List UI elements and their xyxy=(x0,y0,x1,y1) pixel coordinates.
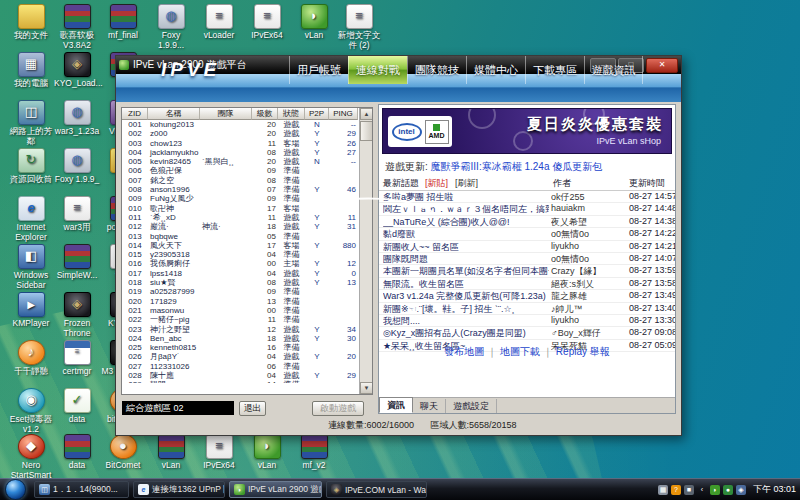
desktop-icon-新增文字文件 (2)[interactable]: ≡新增文字文件 (2) xyxy=(336,4,382,50)
forum-row[interactable]: 多啦a夢團 招生啦ok仔25508-27 14:57 xyxy=(379,191,675,203)
table-row[interactable]: 029靚明14準備 xyxy=(122,380,372,383)
forum-topic[interactable]: 新團收人~~ 留名區 xyxy=(383,241,549,254)
table-row[interactable]: 015y2390531804準備 xyxy=(122,250,372,259)
forum-topic[interactable]: 團隊既問題 xyxy=(383,253,549,266)
table-row[interactable]: 016我係屙痢仔00主場Y12 xyxy=(122,259,372,268)
tab-聊天[interactable]: 聊天 xyxy=(413,399,446,413)
desktop-icon-KYO_Load...[interactable]: ◈KYO_Load... xyxy=(54,52,100,89)
footer-link-發布地圖[interactable]: 發布地圖 xyxy=(444,346,484,357)
nav-tab-媒體中心[interactable]: 媒體中心 xyxy=(466,56,525,84)
forum-topic[interactable]: 本團新一期團員名單(如沒名字者但同本團一樣名額留言 xyxy=(383,265,549,278)
table-header-級數[interactable]: 級數 xyxy=(252,108,278,120)
forum-topic[interactable]: ◎Kyz_x團招有品人(Crazy團是同盟) xyxy=(383,327,549,340)
desktop-icon-SimpleW...[interactable]: SimpleW... xyxy=(54,244,100,281)
taskbar-button-連接埠1362 UPnP 關...[interactable]: e連接埠1362 UPnP 關... xyxy=(133,481,225,498)
update-link[interactable]: 魔獸爭霸III:寒冰霸權 1.24a 傻瓜更新包 xyxy=(431,161,603,172)
taskbar-button-IPvE vLan 2900 遊戲...[interactable]: ◗IPvE vLan 2900 遊戲... xyxy=(229,481,322,498)
table-header-ZID[interactable]: ZID xyxy=(122,108,148,120)
table-row[interactable]: 001kohung201320遊戲N-- xyxy=(122,120,372,129)
desktop-icon-vLan[interactable]: ◗vLan xyxy=(291,4,337,41)
desktop-icon-Windows Sidebar[interactable]: ◧Windows Sidebar xyxy=(8,244,54,290)
start-button[interactable] xyxy=(5,479,26,500)
forum-topic[interactable]: 黏d廢獸 xyxy=(383,228,549,241)
forum-row[interactable]: 新團收人~~ 留名區liyukho08-27 14:21 xyxy=(379,241,675,253)
forum-row[interactable]: 我想問....liyukho08-27 13:30 xyxy=(379,315,675,327)
table-row[interactable]: 002z00020遊戲Y29 xyxy=(122,129,372,138)
forum-row[interactable]: __NaTuRe乂 (綜合團)收人@@!夜乂希望08-27 14:38 xyxy=(379,216,675,228)
taskbar-button-IPvE.COM vLan - War...[interactable]: ◈IPvE.COM vLan - War... xyxy=(326,481,427,498)
scrollbar-thumb[interactable] xyxy=(360,121,373,141)
desktop-icon-Eset掃毒器 v1.2[interactable]: ◉Eset掃毒器 v1.2 xyxy=(8,388,54,434)
desktop-icon-Foxy 1.9.9_[interactable]: ◍Foxy 1.9.9_ xyxy=(54,148,100,185)
desktop-icon-war3用[interactable]: ≡war3用 xyxy=(54,196,100,233)
desktop-icon-BitComet[interactable]: ●BitComet xyxy=(100,434,146,471)
desktop-icon-Internet Explorer[interactable]: eInternet Explorer xyxy=(8,196,54,242)
desktop-icon-data[interactable]: ✓data xyxy=(54,388,100,425)
table-header-名稱[interactable]: 名稱 xyxy=(148,108,200,120)
table-row[interactable]: 004jacklamyukho08遊戲Y27 xyxy=(122,148,372,157)
forum-topic[interactable]: 閪左ｖｌａｎ．ｗａｒ３個名唔同左，搞到用唔到ｄ野 xyxy=(383,203,549,216)
scroll-down-arrow-icon[interactable]: ▼ xyxy=(360,382,373,394)
desktop-icon-IPvEx64[interactable]: ≡IPvEx64 xyxy=(244,4,290,41)
forum-row[interactable]: 團隊既問題o0無情0o08-27 14:07 xyxy=(379,253,675,265)
forum-row[interactable]: 新團※☜.¨[壞。鞋。子] 招生 `¨.☆¸♪帥儿™08-27 13:40 xyxy=(379,303,675,315)
table-header-狀態[interactable]: 狀態 xyxy=(278,108,305,120)
table-header-P2P[interactable]: P2P xyxy=(305,108,329,120)
shop-ad-banner[interactable]: intel AMD 夏日炎炎優惠套裝 IPvE vLan sHop xyxy=(382,108,672,154)
table-row[interactable]: 003chow12311客場Y26 xyxy=(122,139,372,148)
nav-tab-團隊競技[interactable]: 團隊競技 xyxy=(407,56,466,84)
volume-icon[interactable]: ◈ xyxy=(736,485,746,495)
nav-tab-遊戲資訊[interactable]: 遊戲資訊 xyxy=(584,56,643,84)
table-row[interactable]: 005kevin82465`黑與白¸¸20遊戲N-- xyxy=(122,157,372,166)
tab-資訊[interactable]: 資訊 xyxy=(379,397,413,413)
desktop-icon-data[interactable]: data xyxy=(54,434,100,471)
desktop-icon-Nero StartSmart[interactable]: ◆Nero StartSmart xyxy=(8,434,54,480)
table-row[interactable]: 014風火天下17客場Y880 xyxy=(122,241,372,250)
table-row[interactable]: 025kenneth081516準備 xyxy=(122,343,372,352)
forum-row[interactable]: 黏d廢獸o0無情0o08-27 14:22 xyxy=(379,228,675,240)
table-row[interactable]: 010歌卍神17客場 xyxy=(122,204,372,213)
table-row[interactable]: 023神汁之野望12遊戲Y34 xyxy=(122,325,372,334)
forum-topic[interactable]: 無限流。收生留名區 xyxy=(383,278,549,291)
desktop-icon-Foxy 1.9.9...[interactable]: ◍Foxy 1.9.9... xyxy=(148,4,194,50)
desktop-icon-mf_v2[interactable]: mf_v2 xyxy=(291,434,337,471)
table-row[interactable]: 013bqbqwe05準備 xyxy=(122,232,372,241)
table-scrollbar[interactable]: ▲ ▼ xyxy=(359,108,372,394)
desktop-icon-我的電腦[interactable]: ▦我的電腦 xyxy=(8,52,54,89)
desktop-icon-certmgr[interactable]: ≡certmgr xyxy=(54,340,100,377)
new-post-link[interactable]: [新貼] xyxy=(425,177,448,190)
footer-link-地圖下載[interactable]: 地圖下載 xyxy=(500,346,540,357)
nav-tab-用戶帳號[interactable]: 用戶帳號 xyxy=(289,56,348,84)
forum-row[interactable]: 無限流。收生留名區絕夜:s刹乂08-27 13:58 xyxy=(379,278,675,290)
table-row[interactable]: 018siu★賢08遊戲Y13 xyxy=(122,278,372,287)
keyboard-icon[interactable]: ▦ xyxy=(658,485,668,495)
network-status-icon[interactable]: ■ xyxy=(684,485,694,495)
desktop-icon-千千靜聽[interactable]: ♪千千靜聽 xyxy=(8,340,54,377)
player-table-body[interactable]: 001kohung201320遊戲N--002z00020遊戲Y29003cho… xyxy=(122,120,372,383)
user-online-icon[interactable]: ● xyxy=(723,485,733,495)
desktop-icon-Frozen Throne[interactable]: ◈Frozen Throne xyxy=(54,292,100,338)
desktop-icon-歌喜软极 V3.8A2[interactable]: 歌喜软极 V3.8A2 xyxy=(54,4,100,50)
forum-topic[interactable]: 我想問.... xyxy=(383,315,549,328)
refresh-link[interactable]: [刷新] xyxy=(455,177,478,190)
table-row[interactable]: 008anson199607準備Y46 xyxy=(122,185,372,194)
table-row[interactable]: 024Ben_abc18遊戲Y30 xyxy=(122,334,372,343)
exit-button[interactable]: 退出 xyxy=(239,401,266,416)
table-row[interactable]: 022一豬仔~pig11準備 xyxy=(122,315,372,324)
table-row[interactable]: 011`希¸¸xD11遊戲Y11 xyxy=(122,213,372,222)
forum-topic[interactable]: War3 v1.24a 完整傻瓜更新包(可降1.23a) xyxy=(383,290,549,303)
desktop-icon-vLan[interactable]: ◗vLan xyxy=(244,434,290,471)
table-row[interactable]: 028陳十應04遊戲Y29 xyxy=(122,371,372,380)
table-row[interactable]: 02017182913準備 xyxy=(122,297,372,306)
table-header-團隊[interactable]: 團隊 xyxy=(200,108,252,120)
desktop-icon-網路上的芳鄰[interactable]: ◫網路上的芳鄰 xyxy=(8,100,54,146)
desktop-icon-KMPlayer[interactable]: ▶KMPlayer xyxy=(8,292,54,329)
forum-row[interactable]: 閪左ｖｌａｎ．ｗａｒ３個名唔同左，搞到用唔到ｄ野hauiakm08-27 14:… xyxy=(379,203,675,215)
table-row[interactable]: 021masonwu00準備 xyxy=(122,306,372,315)
forum-row[interactable]: ◎Kyz_x團招有品人(Crazy團是同盟)♂Boy_x輝仔08-27 09:0… xyxy=(379,327,675,339)
scroll-up-arrow-icon[interactable]: ▲ xyxy=(360,108,373,120)
footer-link-Replay 舉報[interactable]: Replay 舉報 xyxy=(556,346,610,357)
table-row[interactable]: 02711233102606準備 xyxy=(122,362,372,371)
nav-tab-下載專區[interactable]: 下載專區 xyxy=(525,56,584,84)
desktop-icon-IPvEx64[interactable]: ≡IPvEx64 xyxy=(196,434,242,471)
